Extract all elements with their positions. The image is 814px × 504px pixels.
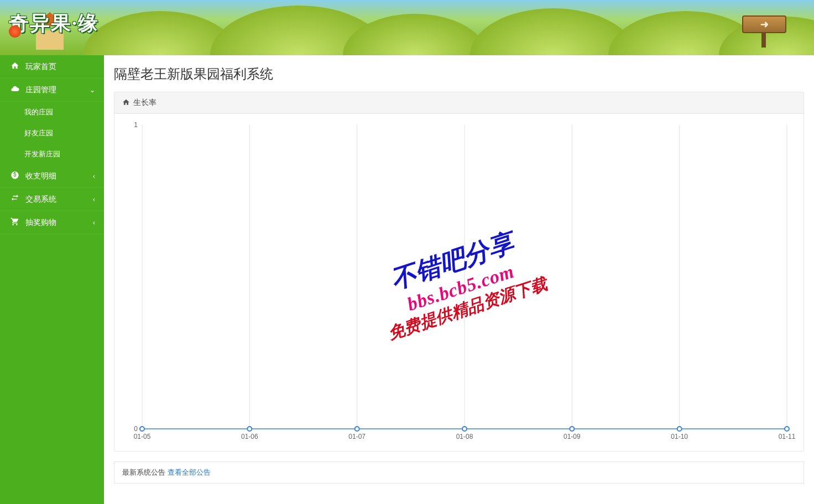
chart-svg: 0101-0501-0601-0701-0801-0901-1001-11 bbox=[120, 119, 798, 445]
page-title: 隔壁老王新版果园福利系统 bbox=[114, 65, 804, 83]
chevron-left-icon: ‹ bbox=[93, 196, 95, 203]
sidebar-label: 收支明细 bbox=[25, 171, 56, 181]
site-logo[interactable]: 奇异果·缘 bbox=[9, 10, 99, 37]
growth-chart[interactable]: 0101-0501-0601-0701-0801-0901-1001-11 bbox=[120, 119, 798, 445]
dollar-icon bbox=[9, 171, 21, 181]
notice-link[interactable]: 查看全部公告 bbox=[168, 468, 211, 476]
notice-panel: 最新系统公告 查看全部公告 bbox=[114, 461, 804, 484]
svg-point-21 bbox=[677, 427, 682, 431]
sidebar-sub-new-manor[interactable]: 开发新庄园 bbox=[0, 144, 104, 165]
svg-text:1: 1 bbox=[134, 121, 138, 129]
sidebar-nav: 玩家首页 庄园管理 ⌄ 我的庄园 好友庄园 开发新庄园 收支明细 ‹ 交易系统 … bbox=[0, 55, 104, 494]
sidebar-item-income[interactable]: 收支明细 ‹ bbox=[0, 165, 104, 188]
svg-point-19 bbox=[462, 427, 467, 431]
svg-point-16 bbox=[140, 427, 144, 431]
sidebar-sub-label: 好友庄园 bbox=[24, 129, 53, 137]
main-content: 隔壁老王新版果园福利系统 生长率 0101-0501-0601-0701-080… bbox=[104, 55, 814, 494]
sidebar-label: 玩家首页 bbox=[25, 62, 56, 72]
logo-text: 奇异果·缘 bbox=[9, 12, 99, 34]
sidebar-item-manor[interactable]: 庄园管理 ⌄ bbox=[0, 78, 104, 102]
header-signpost[interactable]: ➜ bbox=[742, 15, 792, 38]
svg-text:01-10: 01-10 bbox=[671, 433, 688, 440]
svg-point-22 bbox=[785, 427, 789, 431]
cloud-icon bbox=[9, 85, 21, 95]
svg-text:01-05: 01-05 bbox=[134, 433, 151, 440]
sidebar-item-lottery[interactable]: 抽奖购物 ‹ bbox=[0, 211, 104, 234]
exchange-icon bbox=[9, 194, 21, 204]
sidebar-sub-label: 我的庄园 bbox=[24, 108, 53, 116]
header-banner: 奇异果·缘 ➜ bbox=[0, 0, 814, 55]
panel-title: 生长率 bbox=[133, 98, 156, 108]
sidebar-sub-my-manor[interactable]: 我的庄园 bbox=[0, 102, 104, 123]
svg-text:01-09: 01-09 bbox=[563, 433, 581, 440]
svg-text:01-07: 01-07 bbox=[348, 433, 366, 440]
chevron-left-icon: ‹ bbox=[93, 172, 95, 180]
sidebar-label: 庄园管理 bbox=[25, 85, 56, 95]
svg-point-20 bbox=[570, 427, 574, 431]
header-hills-decoration bbox=[0, 0, 814, 55]
sidebar-label: 抽奖购物 bbox=[25, 218, 56, 228]
sidebar-sub-friend-manor[interactable]: 好友庄园 bbox=[0, 123, 104, 144]
svg-text:01-11: 01-11 bbox=[779, 433, 796, 440]
arrow-right-icon: ➜ bbox=[760, 18, 769, 30]
logo-fruit-icon bbox=[9, 25, 21, 38]
sidebar-label: 交易系统 bbox=[25, 195, 56, 204]
svg-text:0: 0 bbox=[134, 425, 138, 433]
home-icon bbox=[122, 98, 130, 108]
sidebar-sub-label: 开发新庄园 bbox=[24, 150, 60, 158]
panel-body: 0101-0501-0601-0701-0801-0901-1001-11 不错… bbox=[114, 114, 803, 451]
sidebar-item-home[interactable]: 玩家首页 bbox=[0, 55, 104, 78]
svg-text:01-06: 01-06 bbox=[241, 433, 258, 440]
chevron-down-icon: ⌄ bbox=[90, 86, 95, 94]
home-icon bbox=[9, 61, 21, 72]
svg-text:01-08: 01-08 bbox=[456, 433, 473, 440]
growth-panel: 生长率 0101-0501-0601-0701-0801-0901-1001-1… bbox=[114, 92, 804, 452]
sidebar-item-trade[interactable]: 交易系统 ‹ bbox=[0, 188, 104, 211]
svg-point-18 bbox=[355, 427, 359, 431]
svg-point-17 bbox=[247, 427, 252, 431]
chevron-left-icon: ‹ bbox=[93, 219, 95, 227]
cart-icon bbox=[9, 217, 21, 228]
panel-header: 生长率 bbox=[114, 92, 803, 114]
notice-prefix: 最新系统公告 bbox=[122, 468, 165, 476]
